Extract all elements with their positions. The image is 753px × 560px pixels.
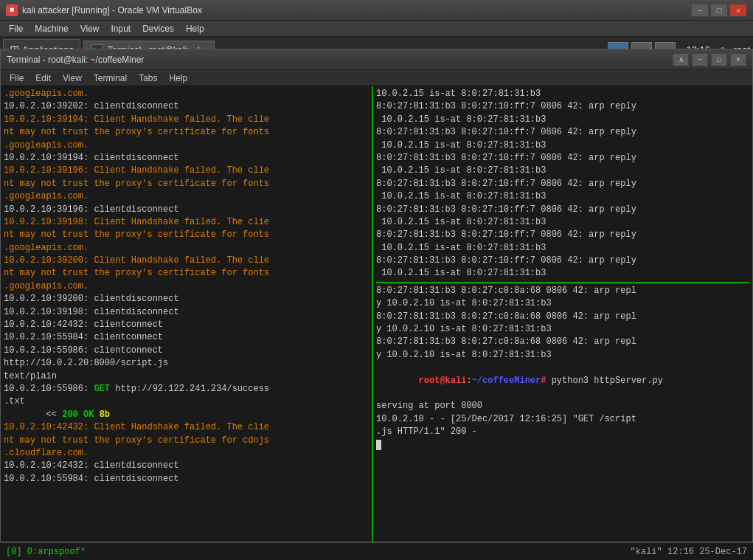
term-line: 10.0.2.10:42432: clientdisconnect [4,460,369,472]
tmux-statusbar: [0] 0:arpspoof* "kali" 12:16 25-Dec-17 [0,542,753,560]
term-line: .googleapis.com. [4,280,369,293]
term-line: .googleapis.com. [4,242,369,255]
virtualbox-icon: ■ [6,4,18,16]
term-line: .googleapis.com. [4,88,369,100]
term-line-ok: << 200 OK 8b [4,409,369,421]
term-menu-tabs[interactable]: Tabs [133,72,163,85]
window-controls: − □ × [691,4,747,17]
term-line: 8:0:27:81:31:b3 8:0:27:c0:8a:68 0806 42:… [376,311,749,323]
term-line: 8:0:27:81:31:b3 8:0:27:10:ff:7 0806 42: … [376,100,749,113]
terminal-maximize[interactable]: □ [711,53,727,66]
prompt-path: ~/coffeeMiner [472,376,541,386]
term-line: 10.0.2.10:39200: Client Handshake failed… [4,255,369,267]
menu-view[interactable]: View [74,22,105,35]
virtualbox-titlebar: ■ kali attacker [Running] - Oracle VM Vi… [0,0,753,21]
left-terminal-pane[interactable]: .googleapis.com. 10.0.2.10:39202: client… [1,86,373,542]
prompt-separator: : [466,376,471,386]
prompt-command: python3 httpServer.py [546,376,662,386]
term-line: 10.0.2.10:39198: Client Handshake failed… [4,216,369,229]
terminal-minimize[interactable]: − [692,53,708,66]
term-prompt-line: root@kali:~/coffeeMiner# python3 httpSer… [376,362,749,400]
term-line: 8:0:27:81:31:b3 8:0:27:c0:8a:68 0806 42:… [376,336,749,348]
term-line: 10.0.2.10:39196: Client Handshake failed… [4,165,369,177]
term-line: .txt [4,395,369,408]
pane-container: .googleapis.com. 10.0.2.10:39202: client… [1,86,752,542]
virtualbox-menubar: File Machine View Input Devices Help [0,21,753,37]
term-line: 10.0.2.15 is-at 8:0:27:81:31:b3 [376,88,749,100]
term-line: y 10.0.2.10 is-at 8:0:27:81:31:b3 [376,297,749,310]
term-line: 10.0.2.10:39194: clientdisconnect [4,152,369,165]
terminal-window-controls: ∧ − □ × [673,53,746,66]
term-line: text/plain [4,370,369,383]
term-line: nt may not trust the proxy's certificate… [4,229,369,241]
statusbar-left: [0] 0:arpspoof* [6,547,86,557]
term-menu-edit[interactable]: Edit [30,72,57,85]
term-line: 10.0.2.10:55984: clientconnect [4,331,369,344]
term-line-get: 10.0.2.10:55986: GET http://92.122.241.2… [4,383,369,395]
term-line: 10.0.2.10:42432: clientconnect [4,319,369,331]
maximize-button[interactable]: □ [710,4,728,17]
terminal-window-title: Terminal - root@kali: ~/coffeeMiner [7,55,144,65]
terminal-window: Terminal - root@kali: ~/coffeeMiner ∧ − … [0,49,753,542]
term-line: 10.0.2.10:39200: clientdisconnect [4,293,369,305]
term-line: 10.0.2.15 is-at 8:0:27:81:31:b3 [376,216,749,229]
menu-devices[interactable]: Devices [136,22,180,35]
term-line: 10.0.2.10:39202: clientdisconnect [4,100,369,113]
term-line: nt may not trust the proxy's certificate… [4,267,369,280]
menu-help[interactable]: Help [180,22,210,35]
term-line: 8:0:27:81:31:b3 8:0:27:c0:8a:68 0806 42:… [376,285,749,297]
term-line: 10.0.2.10:39198: clientdisconnect [4,306,369,319]
menu-machine[interactable]: Machine [29,22,74,35]
term-line: http://10.0.2.20:8000/script.js [4,357,369,370]
term-cursor-line [376,439,381,452]
term-menu-view[interactable]: View [57,72,88,85]
term-line: y 10.0.2.10 is-at 8:0:27:81:31:b3 [376,349,749,362]
term-line: 8:0:27:81:31:b3 8:0:27:10:ff:7 0806 42: … [376,229,749,241]
term-line: 8:0:27:81:31:b3 8:0:27:10:ff:7 0806 42: … [376,204,749,216]
term-line: .js HTTP/1.1" 200 - [376,426,749,438]
term-line: nt may not trust the proxy's certificate… [4,435,369,447]
statusbar-right: "kali" 12:16 25-Dec-17 [631,547,747,557]
terminal-menubar: File Edit View Terminal Tabs Help [1,70,752,86]
term-line: 10.0.2.15 is-at 8:0:27:81:31:b3 [376,190,749,203]
menu-file[interactable]: File [3,22,29,35]
term-line: 8:0:27:81:31:b3 8:0:27:10:ff:7 0806 42: … [376,152,749,165]
prompt-user: root@kali [419,376,467,386]
term-line: nt may not trust the proxy's certificate… [4,178,369,190]
term-line: 10.0.2.10:55984: clientdisconnect [4,473,369,485]
menu-input[interactable]: Input [105,22,137,35]
term-line: 10.0.2.15 is-at 8:0:27:81:31:b3 [376,114,749,126]
term-line: 10.0.2.10:39196: clientdisconnect [4,204,369,216]
right-terminal-pane[interactable]: 10.0.2.15 is-at 8:0:27:81:31:b3 8:0:27:8… [373,86,752,542]
pane-separator [376,282,749,283]
term-line: nt may not trust the proxy's certificate… [4,126,369,139]
terminal-titlebar: Terminal - root@kali: ~/coffeeMiner ∧ − … [1,49,752,70]
term-line: serving at port 8000 [376,400,749,412]
window-title: kali attacker [Running] - Oracle VM Virt… [22,5,202,15]
term-menu-file[interactable]: File [4,72,30,85]
term-line: 10.0.2.10 - - [25/Dec/2017 12:16:25] "GE… [376,413,749,426]
term-line: 10.0.2.15 is-at 8:0:27:81:31:b3 [376,242,749,255]
term-menu-help[interactable]: Help [164,72,194,85]
close-button[interactable]: × [729,4,747,17]
terminal-scroll-up[interactable]: ∧ [673,53,689,66]
term-line: y 10.0.2.10 is-at 8:0:27:81:31:b3 [376,323,749,336]
term-line: 10.0.2.15 is-at 8:0:27:81:31:b3 [376,139,749,152]
term-line: 8:0:27:81:31:b3 8:0:27:10:ff:7 0806 42: … [376,178,749,190]
terminal-close[interactable]: × [730,53,746,66]
term-line: 10.0.2.15 is-at 8:0:27:81:31:b3 [376,165,749,177]
term-menu-terminal[interactable]: Terminal [88,72,133,85]
minimize-button[interactable]: − [691,4,709,17]
term-line: .cloudflare.com. [4,447,369,460]
term-line: .googleapis.com. [4,139,369,152]
term-line: 10.0.2.10:55986: clientconnect [4,345,369,357]
term-line: .googleapis.com. [4,190,369,203]
term-line: 8:0:27:81:31:b3 8:0:27:10:ff:7 0806 42: … [376,255,749,267]
term-line: 10.0.2.10:39194: Client Handshake failed… [4,114,369,126]
term-line: 10.0.2.10:42432: Client Handshake failed… [4,421,369,434]
term-line: 10.0.2.15 is-at 8:0:27:81:31:b3 [376,267,749,280]
term-line: 8:0:27:81:31:b3 8:0:27:10:ff:7 0806 42: … [376,126,749,139]
